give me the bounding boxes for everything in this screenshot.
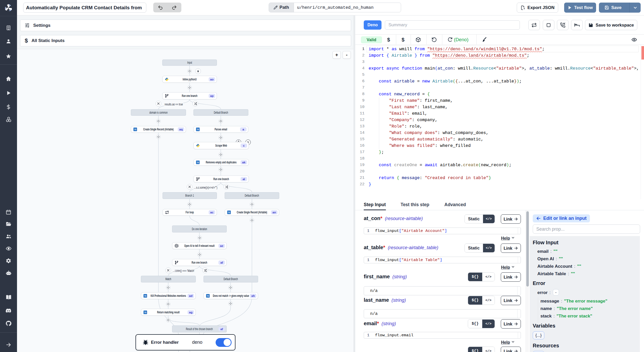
svg-text:TS: TS [207,295,209,297]
svg-text:TS: TS [197,162,199,163]
svg-text:TS: TS [144,311,147,313]
svg-text:TS: TS [197,129,199,130]
svg-text:TS: TS [144,295,147,297]
svg-text:TS: TS [134,129,137,130]
svg-text:TS: TS [228,212,230,213]
